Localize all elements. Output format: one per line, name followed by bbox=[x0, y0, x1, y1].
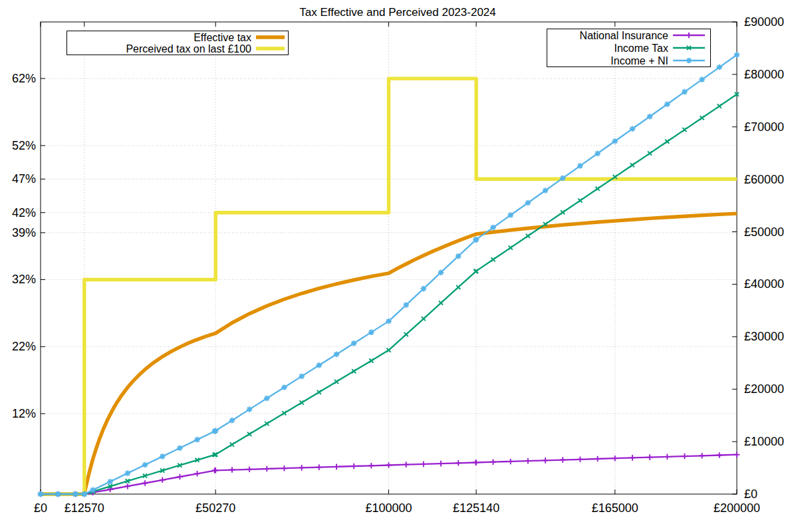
legend-item-label: Effective tax bbox=[194, 32, 251, 43]
effective-tax-line bbox=[41, 213, 737, 494]
x-tick-label: £12570 bbox=[65, 501, 104, 515]
legend-item-label: Perceived tax on last £100 bbox=[126, 43, 251, 55]
legend-item-label: Income + NI bbox=[610, 55, 668, 66]
y-right-tick-label: £70000 bbox=[744, 120, 784, 134]
x-tick-label: £165000 bbox=[592, 501, 638, 515]
x-tick-label: £0 bbox=[34, 501, 47, 515]
data-series bbox=[38, 52, 740, 497]
y-left-tick-label: 12% bbox=[12, 407, 36, 420]
y-left-tick-label: 47% bbox=[12, 172, 36, 186]
y-right-tick-label: £30000 bbox=[744, 330, 784, 343]
axis-labels: £0£12570£50270£100000£125140£165000£2000… bbox=[12, 15, 784, 515]
y-left-tick-label: 42% bbox=[12, 206, 36, 219]
legend-item-label: National Insurance bbox=[580, 30, 669, 41]
chart-page: Tax Effective and Perceived 2023-2024 £0… bbox=[0, 0, 798, 532]
y-right-tick-label: £50000 bbox=[744, 225, 784, 239]
y-right-tick-label: £20000 bbox=[744, 382, 784, 396]
chart-title: Tax Effective and Perceived 2023-2024 bbox=[299, 6, 496, 19]
y-left-tick-label: 39% bbox=[12, 226, 36, 239]
legends: Effective taxPerceived tax on last £100N… bbox=[67, 29, 711, 67]
y-right-tick-label: £90000 bbox=[744, 15, 784, 29]
x-tick-label: £50270 bbox=[196, 501, 235, 515]
x-tick-label: £125140 bbox=[453, 501, 499, 515]
x-tick-label: £200000 bbox=[714, 501, 760, 515]
y-left-tick-label: 62% bbox=[12, 72, 36, 85]
legend-item-label: Income Tax bbox=[614, 43, 668, 54]
y-right-tick-label: £80000 bbox=[744, 68, 784, 81]
y-right-tick-label: £0 bbox=[744, 487, 757, 501]
tax-chart: Tax Effective and Perceived 2023-2024 £0… bbox=[0, 0, 798, 532]
legend-marker bbox=[686, 58, 692, 64]
y-left-tick-label: 52% bbox=[12, 139, 36, 152]
x-tick-label: £100000 bbox=[365, 501, 412, 515]
y-right-tick-label: £10000 bbox=[744, 435, 784, 448]
y-right-tick-label: £60000 bbox=[744, 173, 784, 186]
y-left-tick-label: 22% bbox=[12, 340, 36, 353]
y-right-tick-label: £40000 bbox=[744, 277, 784, 291]
y-left-tick-label: 32% bbox=[12, 273, 36, 286]
